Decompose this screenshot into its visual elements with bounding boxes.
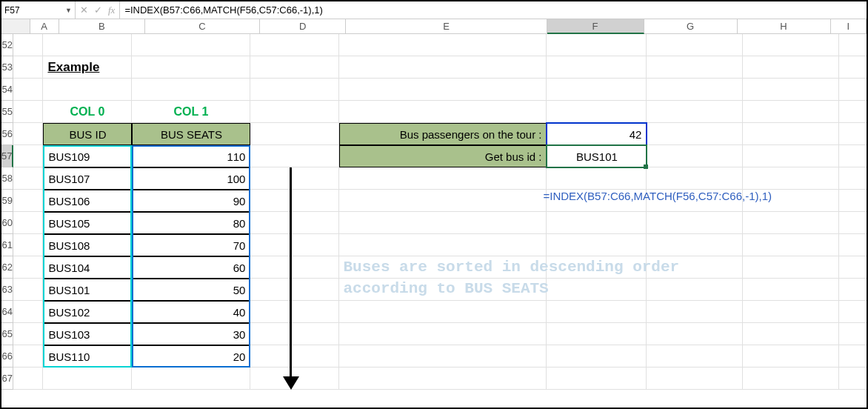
cell[interactable] — [250, 79, 339, 101]
formula-input[interactable]: =INDEX(B57:C66,MATCH(F56,C57:C66,-1),1) — [119, 1, 867, 19]
cell[interactable] — [839, 34, 868, 56]
cell[interactable] — [250, 101, 339, 123]
colhead-E[interactable]: E — [346, 19, 547, 34]
cell[interactable] — [547, 56, 647, 79]
table-cell-seats[interactable]: 50 — [132, 279, 250, 301]
table-cell-seats[interactable]: 110 — [132, 145, 250, 167]
table-cell-seats[interactable]: 90 — [132, 190, 250, 212]
rowhead-58[interactable]: 58 — [1, 167, 13, 190]
cell[interactable] — [743, 145, 839, 167]
cell[interactable] — [250, 34, 339, 56]
cell[interactable] — [13, 167, 43, 190]
cell[interactable] — [839, 212, 868, 234]
table-cell-seats[interactable]: 80 — [132, 212, 250, 234]
cell[interactable] — [13, 234, 43, 256]
cell[interactable] — [13, 56, 43, 79]
passengers-label[interactable]: Bus passengers on the tour : — [339, 123, 547, 145]
col1-label[interactable]: COL 1 — [132, 101, 250, 123]
table-cell-busid[interactable]: BUS104 — [43, 256, 132, 279]
cell[interactable] — [132, 34, 250, 56]
cell[interactable] — [13, 212, 43, 234]
cell[interactable] — [339, 368, 547, 390]
table-cell-busid[interactable]: BUS101 — [43, 279, 132, 301]
cell[interactable] — [547, 345, 647, 368]
cell[interactable] — [743, 167, 839, 190]
rowhead-59[interactable]: 59 — [1, 190, 13, 212]
cell[interactable] — [743, 79, 839, 101]
cell[interactable] — [547, 234, 647, 256]
cell[interactable] — [647, 167, 743, 190]
table-cell-seats[interactable]: 20 — [132, 345, 250, 368]
cell[interactable] — [839, 323, 868, 345]
rowhead-62[interactable]: 62 — [1, 256, 13, 279]
accept-icon[interactable]: ✓ — [94, 4, 102, 16]
table-cell-busid[interactable]: BUS103 — [43, 323, 132, 345]
colhead-C[interactable]: C — [145, 19, 260, 34]
cell[interactable] — [13, 190, 43, 212]
cell[interactable] — [839, 234, 868, 256]
colhead-D[interactable]: D — [260, 19, 346, 34]
colhead-H[interactable]: H — [738, 19, 831, 34]
table-cell-busid[interactable]: BUS105 — [43, 212, 132, 234]
table-cell-busid[interactable]: BUS102 — [43, 301, 132, 323]
rowhead-60[interactable]: 60 — [1, 212, 13, 234]
table-cell-busid[interactable]: BUS106 — [43, 190, 132, 212]
cell[interactable] — [13, 323, 43, 345]
cell-grid[interactable]: Example COL 0 COL 1 — [13, 34, 868, 409]
cell[interactable] — [647, 145, 743, 167]
cell[interactable] — [647, 79, 743, 101]
cell[interactable] — [339, 167, 547, 190]
cell[interactable] — [13, 34, 43, 56]
rowhead-65[interactable]: 65 — [1, 323, 13, 345]
table-cell-seats[interactable]: 60 — [132, 256, 250, 279]
cell[interactable] — [13, 368, 43, 390]
cell[interactable] — [647, 101, 743, 123]
rowhead-64[interactable]: 64 — [1, 301, 13, 323]
cell[interactable] — [13, 301, 43, 323]
chevron-down-icon[interactable]: ▼ — [65, 7, 72, 14]
cell[interactable] — [43, 34, 132, 56]
table-cell-seats[interactable]: 30 — [132, 323, 250, 345]
table-cell-seats[interactable]: 100 — [132, 167, 250, 190]
cell[interactable] — [647, 123, 743, 145]
table-head-seats[interactable]: BUS SEATS — [132, 123, 250, 145]
table-cell-seats[interactable]: 40 — [132, 301, 250, 323]
cell[interactable] — [743, 256, 839, 279]
cell[interactable] — [132, 368, 250, 390]
cell[interactable] — [547, 34, 647, 56]
rowhead-61[interactable]: 61 — [1, 234, 13, 256]
cell[interactable] — [743, 123, 839, 145]
cell[interactable] — [647, 212, 743, 234]
cell[interactable] — [647, 323, 743, 345]
name-box[interactable]: F57 ▼ — [1, 1, 76, 19]
cell[interactable] — [839, 190, 868, 212]
cell[interactable] — [743, 345, 839, 368]
colhead-B[interactable]: B — [59, 19, 145, 34]
cell[interactable] — [743, 212, 839, 234]
table-cell-busid[interactable]: BUS107 — [43, 167, 132, 190]
rowhead-53[interactable]: 53 — [1, 56, 13, 79]
colhead-A[interactable]: A — [30, 19, 59, 34]
cell[interactable] — [839, 145, 868, 167]
cell[interactable] — [647, 56, 743, 79]
cell[interactable] — [339, 345, 547, 368]
rowhead-63[interactable]: 63 — [1, 279, 13, 301]
rowhead-57[interactable]: 57 — [1, 145, 13, 167]
cell[interactable] — [132, 56, 250, 79]
cell[interactable] — [43, 368, 132, 390]
cell[interactable] — [13, 101, 43, 123]
busid-label[interactable]: Get bus id : — [339, 145, 547, 167]
cell[interactable] — [647, 234, 743, 256]
cell[interactable] — [839, 167, 868, 190]
cancel-icon[interactable]: ✕ — [80, 4, 88, 16]
rowhead-66[interactable]: 66 — [1, 345, 13, 368]
busid-result[interactable]: BUS101 — [547, 145, 647, 167]
cell[interactable] — [839, 279, 868, 301]
cell[interactable] — [250, 123, 339, 145]
cell[interactable] — [743, 101, 839, 123]
cell[interactable] — [839, 368, 868, 390]
cell[interactable] — [743, 234, 839, 256]
passengers-value[interactable]: 42 — [547, 123, 647, 145]
fx-icon[interactable]: fx — [108, 4, 115, 16]
cell[interactable] — [547, 323, 647, 345]
